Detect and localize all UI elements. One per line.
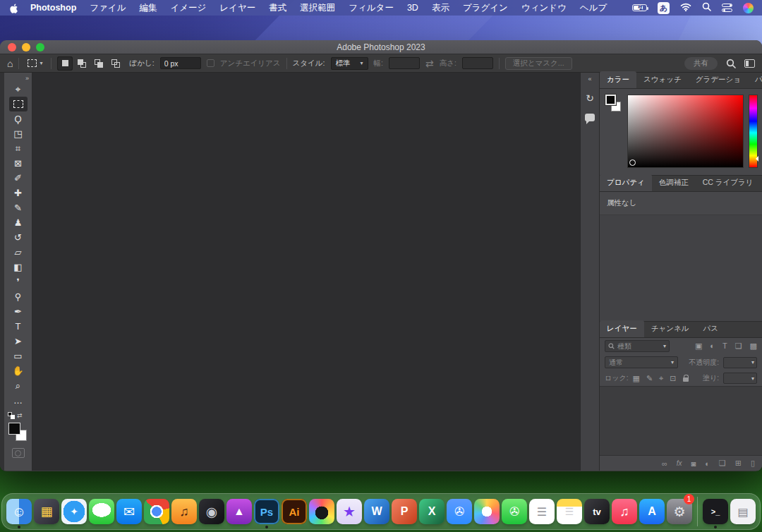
tab-layers[interactable]: レイヤー bbox=[600, 320, 644, 337]
antialias-checkbox[interactable] bbox=[207, 59, 214, 67]
tool-preset-picker[interactable]: ▾ bbox=[25, 58, 45, 68]
new-layer-icon[interactable]: ⊞ bbox=[735, 459, 742, 468]
wifi-icon[interactable] bbox=[680, 3, 691, 13]
dock-music[interactable]: ♫ bbox=[612, 496, 637, 527]
input-source-icon[interactable]: あ bbox=[658, 2, 670, 14]
subtract-from-selection-button[interactable] bbox=[91, 56, 107, 71]
feather-input[interactable] bbox=[160, 57, 201, 69]
fill-field[interactable]: ▾ bbox=[723, 373, 757, 384]
tab-patterns[interactable]: パターン bbox=[748, 71, 762, 88]
menu-edit[interactable]: 編集 bbox=[139, 2, 157, 14]
tab-gradients[interactable]: グラデーショ bbox=[689, 71, 748, 88]
zoom-tool[interactable]: ⌕ bbox=[9, 378, 28, 393]
panel-collapse-icon[interactable]: « bbox=[588, 75, 591, 83]
toolbar-expand-icon[interactable]: » bbox=[25, 75, 29, 82]
dock-mail[interactable]: ✉ bbox=[116, 496, 142, 527]
hue-marker[interactable] bbox=[753, 156, 758, 162]
lock-transparency-icon[interactable]: ▦ bbox=[632, 374, 639, 383]
comments-panel-icon[interactable] bbox=[585, 114, 595, 121]
tab-paths[interactable]: パス bbox=[696, 320, 725, 337]
control-center-icon[interactable] bbox=[722, 4, 732, 12]
add-layer-mask-icon[interactable]: ◙ bbox=[691, 459, 696, 468]
new-adjustment-layer-icon[interactable]: ◐ bbox=[705, 459, 710, 468]
history-brush-tool[interactable]: ↺ bbox=[9, 230, 28, 245]
menu-file[interactable]: ファイル bbox=[90, 2, 126, 14]
dock-final-cut-pro[interactable] bbox=[309, 496, 334, 527]
dock-reminders[interactable]: ☰ bbox=[529, 496, 555, 527]
swap-dimensions-icon[interactable]: ⇄ bbox=[425, 59, 434, 68]
lasso-tool[interactable]: Ϙ bbox=[9, 111, 28, 126]
menu-view[interactable]: 表示 bbox=[432, 2, 449, 14]
tab-properties[interactable]: プロパティ bbox=[600, 174, 652, 191]
rectangular-marquee-tool[interactable] bbox=[9, 97, 28, 111]
gradient-tool[interactable]: ◧ bbox=[9, 260, 28, 274]
canvas-area[interactable] bbox=[32, 73, 580, 471]
search-icon[interactable] bbox=[726, 59, 736, 68]
delete-layer-icon[interactable]: ▯ bbox=[751, 459, 755, 468]
eyedropper-tool[interactable]: ✐ bbox=[9, 171, 28, 186]
dock-facetime[interactable]: ✇ bbox=[502, 496, 527, 527]
filter-shape-layers-icon[interactable]: ❏ bbox=[735, 341, 742, 351]
filter-adjustment-layers-icon[interactable]: ◐ bbox=[710, 341, 715, 351]
rectangle-tool[interactable]: ▭ bbox=[9, 349, 28, 363]
dock-word[interactable]: W bbox=[364, 496, 389, 527]
menu-plugins[interactable]: プラグイン bbox=[463, 2, 508, 14]
hand-tool[interactable]: ✋ bbox=[9, 363, 28, 378]
clone-stamp-tool[interactable]: ♟ bbox=[9, 215, 28, 230]
default-colors-icon[interactable] bbox=[8, 412, 15, 419]
hue-slider[interactable] bbox=[749, 95, 758, 168]
window-titlebar[interactable]: Adobe Photoshop 2023 bbox=[0, 40, 762, 54]
width-input[interactable] bbox=[389, 57, 420, 69]
brush-tool[interactable]: ✎ bbox=[9, 200, 28, 215]
style-select[interactable]: 標準 ▾ bbox=[331, 57, 368, 70]
healing-brush-tool[interactable]: ✚ bbox=[9, 186, 28, 200]
menu-select[interactable]: 選択範囲 bbox=[300, 2, 335, 14]
tab-cc-libraries[interactable]: CC ライブラリ bbox=[696, 174, 761, 191]
dock-external-disk[interactable]: ▤ bbox=[730, 496, 756, 527]
blur-tool[interactable]: ❜ bbox=[9, 274, 28, 289]
new-selection-button[interactable] bbox=[57, 56, 73, 71]
dock-imovie[interactable]: ★ bbox=[337, 496, 362, 527]
dock-launchpad[interactable]: ▦ bbox=[34, 496, 59, 527]
siri-icon[interactable] bbox=[743, 3, 754, 13]
foreground-color-swatch[interactable] bbox=[605, 95, 616, 105]
filter-smart-objects-icon[interactable]: ▩ bbox=[750, 341, 757, 351]
new-group-icon[interactable]: ❏ bbox=[719, 459, 726, 468]
tab-color[interactable]: カラー bbox=[600, 71, 636, 88]
menu-3d[interactable]: 3D bbox=[407, 3, 418, 13]
dock-apple-tv[interactable]: tv bbox=[584, 496, 610, 527]
lock-artboard-icon[interactable]: ⊡ bbox=[670, 374, 676, 383]
eraser-tool[interactable]: ▱ bbox=[9, 245, 28, 260]
tab-adjustments[interactable]: 色調補正 bbox=[652, 174, 696, 191]
home-icon[interactable]: ⌂ bbox=[7, 59, 13, 68]
intersect-selection-button[interactable] bbox=[108, 56, 123, 71]
menu-photoshop[interactable]: Photoshop bbox=[30, 3, 76, 13]
swap-colors-icon[interactable]: ⇄ bbox=[17, 412, 23, 419]
dock-photos[interactable] bbox=[474, 496, 500, 527]
tab-channels[interactable]: チャンネル bbox=[644, 320, 696, 337]
tab-swatches[interactable]: スウォッチ bbox=[636, 71, 689, 88]
lock-position-icon[interactable]: ⌖ bbox=[659, 374, 663, 383]
spotlight-search-icon[interactable] bbox=[702, 2, 711, 13]
layers-list[interactable] bbox=[600, 386, 762, 455]
dock-photoshop[interactable]: Ps bbox=[254, 496, 279, 527]
dock-messages[interactable] bbox=[89, 496, 114, 527]
more-tools-icon[interactable]: … bbox=[9, 393, 28, 408]
frame-tool[interactable]: ⊠ bbox=[9, 156, 28, 171]
battery-icon[interactable]: ↯ bbox=[632, 4, 647, 11]
saturation-brightness-field[interactable] bbox=[627, 95, 744, 168]
filter-type-layers-icon[interactable]: T bbox=[722, 341, 727, 351]
quick-mask-button[interactable] bbox=[12, 448, 25, 458]
dock-zoom[interactable]: ✇ bbox=[447, 496, 472, 527]
foreground-color-swatch[interactable] bbox=[8, 423, 20, 435]
link-layers-icon[interactable]: ∞ bbox=[662, 459, 667, 468]
menu-layer[interactable]: レイヤー bbox=[219, 2, 255, 14]
layer-search-select[interactable]: 種類 ▾ bbox=[605, 340, 670, 352]
dock-illustrator[interactable]: Ai bbox=[282, 496, 307, 527]
dock-terminal[interactable]: >_ bbox=[703, 496, 728, 527]
menu-type[interactable]: 書式 bbox=[269, 2, 286, 14]
height-input[interactable] bbox=[462, 57, 493, 69]
lock-paint-icon[interactable]: ✎ bbox=[646, 374, 653, 383]
dodge-tool[interactable]: ⚲ bbox=[9, 289, 28, 304]
dock-dj-disc-app[interactable]: ◉ bbox=[199, 496, 224, 527]
